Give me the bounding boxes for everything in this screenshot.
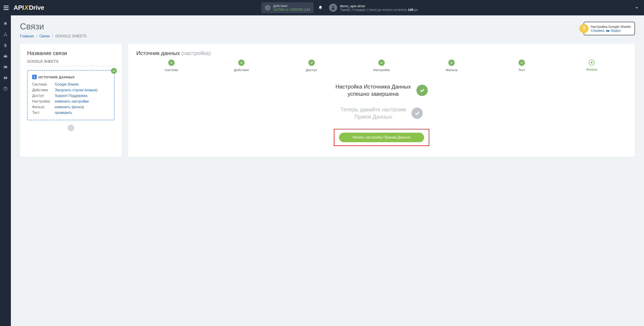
- row-filter-label: Фильтр: [32, 105, 55, 109]
- step-label: Доступ: [276, 68, 346, 72]
- sidebar-connections[interactable]: [0, 29, 11, 40]
- step-тест[interactable]: Тест: [486, 60, 556, 72]
- logo-text-api: API: [14, 4, 24, 11]
- user-menu[interactable]: demo_apix-drive Тариф | Стандарт | (new)…: [329, 4, 418, 12]
- info-icon: i: [265, 5, 270, 10]
- row-test-label: Тест: [32, 111, 55, 115]
- breadcrumb-links[interactable]: Связи: [40, 34, 50, 38]
- check-icon: [416, 85, 428, 96]
- left-panel-heading: Название связи: [27, 50, 114, 56]
- actions-counter[interactable]: i Действия: 142'560 из 1'000'000 (149: [261, 2, 314, 13]
- sidebar-video[interactable]: [0, 72, 11, 83]
- sidebar-briefcase[interactable]: [0, 51, 11, 62]
- start-destination-button[interactable]: Начать настройку Приема Данных: [339, 133, 424, 142]
- step-circle: [308, 60, 315, 66]
- add-button[interactable]: +: [68, 125, 74, 131]
- panel-connection-name: Название связи GOOGLE SHEETS 1 ИСТОЧНИК …: [20, 44, 122, 157]
- panel-source-setup: Источник данных (настройка) СистемаДейст…: [128, 44, 635, 157]
- step-number-badge: 1: [32, 75, 37, 79]
- svg-point-1: [5, 32, 6, 34]
- sidebar-help[interactable]: [0, 83, 11, 94]
- row-action-value[interactable]: Загрузить строки (новые): [55, 88, 110, 92]
- step-настройки[interactable]: Настройки: [346, 60, 416, 72]
- help-box: ? Настройка Google Sheets Справка, ■▶ Ви…: [584, 22, 635, 35]
- step-circle: [238, 60, 244, 66]
- step-circle: [518, 60, 525, 66]
- step-label: Система: [136, 68, 206, 72]
- step-label: Действие: [206, 68, 276, 72]
- step-система[interactable]: Система: [136, 60, 206, 72]
- step-label: Тест: [486, 68, 556, 72]
- chevron-down-icon[interactable]: [635, 6, 638, 10]
- source-title: 1 ИСТОЧНИК ДАННЫХ: [32, 75, 110, 79]
- sidebar: [0, 16, 11, 326]
- breadcrumb-home[interactable]: Главная: [20, 34, 34, 38]
- status-success: Настройка Источника Данных успешно завер…: [136, 83, 627, 98]
- row-test-value[interactable]: проверить: [55, 111, 110, 115]
- app-header: API X Drive i Действия: 142'560 из 1'000…: [0, 0, 644, 16]
- source-box: 1 ИСТОЧНИК ДАННЫХ Система Google Sheets …: [27, 70, 114, 120]
- cta-highlight: Начать настройку Приема Данных: [334, 129, 429, 146]
- logo-text-drive: Drive: [29, 4, 44, 11]
- connection-name[interactable]: GOOGLE SHEETS: [27, 60, 114, 66]
- breadcrumb-current: GOOGLE SHEETS: [55, 34, 86, 38]
- sidebar-card[interactable]: [0, 62, 11, 72]
- step-circle: [168, 60, 174, 66]
- help-title: Настройка Google Sheets: [591, 25, 631, 28]
- main-content: Связи Главная / Связи / GOOGLE SHEETS ? …: [11, 16, 644, 326]
- step-действие[interactable]: Действие: [206, 60, 276, 72]
- svg-rect-6: [4, 67, 6, 68]
- actions-label: Действия:: [273, 4, 310, 8]
- step-финиш[interactable]: Финиш: [557, 60, 627, 72]
- step-label: Финиш: [557, 68, 627, 71]
- sidebar-billing[interactable]: [0, 40, 11, 51]
- check-icon: [111, 68, 117, 74]
- logo-text-x: X: [24, 4, 28, 11]
- row-access-value[interactable]: Support Поддержка: [55, 94, 110, 98]
- row-filter-value[interactable]: изменить фильтр: [55, 105, 110, 109]
- step-label: Фильтр: [417, 68, 486, 72]
- right-panel-heading: Источник данных (настройка): [136, 50, 627, 56]
- video-icon: ■▶: [606, 29, 610, 32]
- svg-rect-5: [4, 66, 5, 67]
- username: demo_apix-drive: [340, 4, 418, 8]
- step-фильтр[interactable]: Фильтр: [417, 60, 486, 72]
- row-system-value[interactable]: Google Sheets: [55, 82, 110, 86]
- row-action-label: Действие: [32, 88, 55, 92]
- row-settings-value[interactable]: изменить настройки: [55, 100, 110, 104]
- tariff-info: Тариф | Стандарт | (new) до оплаты остал…: [340, 8, 418, 12]
- breadcrumb: Главная / Связи / GOOGLE SHEETS: [20, 34, 86, 38]
- help-link-video[interactable]: Видео: [611, 28, 621, 32]
- actions-numbers: 142'560 из 1'000'000 (149: [273, 8, 310, 11]
- menu-button[interactable]: [4, 4, 11, 11]
- bell-icon[interactable]: [318, 6, 323, 10]
- step-circle: [378, 60, 385, 66]
- avatar-icon: [329, 4, 337, 12]
- page-title: Связи: [20, 22, 86, 32]
- logo[interactable]: API X Drive: [14, 4, 44, 11]
- step-circle: [589, 60, 595, 66]
- help-icon[interactable]: ?: [580, 24, 588, 33]
- row-access-label: Доступ: [32, 94, 55, 98]
- step-доступ[interactable]: Доступ: [276, 60, 346, 72]
- sidebar-home[interactable]: [0, 18, 11, 29]
- check-icon: [412, 108, 423, 119]
- stepper: СистемаДействиеДоступНастройкиФильтрТест…: [136, 60, 627, 72]
- status-next: Теперь давайте настроим Прием Данных: [136, 106, 627, 121]
- row-system-label: Система: [32, 82, 55, 86]
- step-circle: [448, 60, 455, 66]
- svg-rect-4: [4, 66, 7, 68]
- step-label: Настройки: [346, 68, 416, 72]
- svg-point-0: [332, 6, 334, 8]
- help-link-docs[interactable]: Справка: [591, 28, 604, 32]
- row-settings-label: Настройки: [32, 100, 55, 104]
